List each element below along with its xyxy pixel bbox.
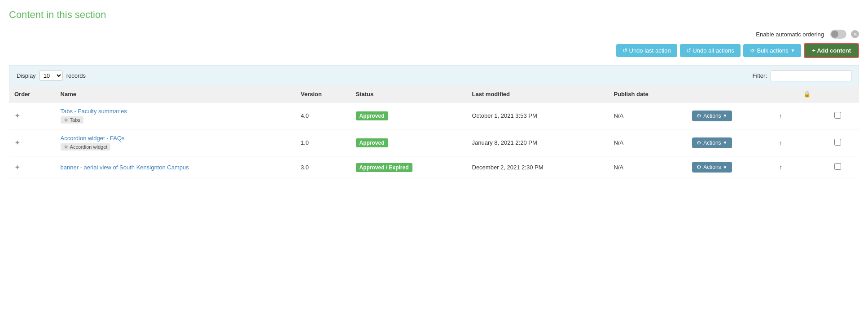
top-ordering-bar: Enable automatic ordering ✕ [9, 30, 859, 39]
undo-last-button[interactable]: ↺ Undo last action [616, 44, 677, 57]
col-publish-date: Publish date [608, 86, 687, 102]
content-type-icon: ⛭ [64, 117, 69, 123]
last-modified-cell: October 1, 2021 3:53 PM [467, 102, 609, 129]
table-row: ✦banner - aerial view of South Kensignto… [9, 156, 859, 178]
bulk-actions-label: ⛭ Bulk actions [750, 47, 789, 54]
last-modified-cell: December 2, 2021 2:30 PM [467, 156, 609, 178]
move-up-button[interactable]: ↑ [779, 164, 782, 171]
content-type-badge: ⛭ Accordion widget [61, 143, 111, 151]
lock-cell [798, 156, 829, 178]
col-move-header [774, 86, 798, 102]
table-row: ✦Accordion widget - FAQs⛭ Accordion widg… [9, 129, 859, 156]
table-row: ✦Tabs - Faculty summaries⛭ Tabs4.0Approv… [9, 102, 859, 129]
bulk-actions-caret: ▼ [791, 48, 795, 53]
toggle-close-button[interactable]: ✕ [851, 30, 859, 38]
status-cell: Approved / Expired [351, 156, 467, 178]
publish-date-cell: N/A [608, 102, 687, 129]
drag-handle-cell: ✦ [9, 156, 55, 178]
content-name-link[interactable]: Accordion widget - FAQs [61, 135, 290, 142]
col-order: Order [9, 86, 55, 102]
lock-cell [798, 102, 829, 129]
toggle-knob [831, 31, 838, 38]
drag-handle-cell: ✦ [9, 129, 55, 156]
move-cell: ↑ [774, 102, 798, 129]
actions-cell: ⚙ Actions ▼ [687, 102, 774, 129]
display-bar-left: Display 10 25 50 100 records [17, 71, 86, 81]
col-actions-header [687, 86, 774, 102]
display-label: Display [17, 72, 36, 79]
checkbox-cell [829, 102, 859, 129]
actions-gear-icon: ⚙ [697, 140, 701, 146]
actions-button[interactable]: ⚙ Actions ▼ [692, 137, 732, 148]
last-modified-cell: January 8, 2021 2:20 PM [467, 129, 609, 156]
display-select[interactable]: 10 25 50 100 [39, 71, 63, 81]
version-cell: 3.0 [295, 156, 351, 178]
toolbar: ↺ Undo last action ↺ Undo all actions ⛭ … [9, 43, 859, 58]
actions-caret: ▼ [723, 113, 728, 118]
row-checkbox[interactable] [834, 163, 841, 170]
content-type-icon: ⛭ [64, 144, 69, 150]
status-cell: Approved [351, 102, 467, 129]
name-cell: banner - aerial view of South Kensignton… [55, 156, 295, 178]
enable-ordering-toggle[interactable] [830, 30, 846, 39]
move-cell: ↑ [774, 129, 798, 156]
move-cell: ↑ [774, 156, 798, 178]
col-name: Name [55, 86, 295, 102]
page-title: Content in this section [9, 9, 859, 21]
actions-caret: ▼ [723, 165, 728, 170]
bulk-actions-button[interactable]: ⛭ Bulk actions ▼ [743, 44, 802, 57]
col-lock-header: 🔒 [798, 86, 829, 102]
actions-caret: ▼ [723, 140, 728, 145]
status-badge: Approved [356, 111, 388, 120]
col-last-modified: Last modified [467, 86, 609, 102]
content-table: Order Name Version Status Last modified … [9, 86, 859, 178]
row-checkbox[interactable] [834, 139, 841, 146]
actions-button[interactable]: ⚙ Actions ▼ [692, 162, 732, 173]
status-cell: Approved [351, 129, 467, 156]
col-checkbox-header [829, 86, 859, 102]
actions-cell: ⚙ Actions ▼ [687, 129, 774, 156]
status-badge: Approved [356, 138, 388, 147]
filter-input[interactable] [771, 70, 851, 81]
version-cell: 4.0 [295, 102, 351, 129]
name-cell: Tabs - Faculty summaries⛭ Tabs [55, 102, 295, 129]
actions-gear-icon: ⚙ [697, 164, 701, 170]
actions-gear-icon: ⚙ [697, 113, 701, 119]
actions-label: Actions [703, 140, 721, 146]
version-cell: 1.0 [295, 129, 351, 156]
filter-right: Filter: [753, 70, 852, 81]
col-status: Status [351, 86, 467, 102]
table-header-row: Order Name Version Status Last modified … [9, 86, 859, 102]
add-content-button[interactable]: + Add content [804, 43, 859, 58]
actions-label: Actions [703, 113, 721, 119]
drag-handle[interactable]: ✦ [14, 164, 20, 171]
drag-handle[interactable]: ✦ [14, 139, 20, 146]
col-version: Version [295, 86, 351, 102]
checkbox-cell [829, 129, 859, 156]
display-bar: Display 10 25 50 100 records Filter: [9, 65, 859, 86]
drag-handle-cell: ✦ [9, 102, 55, 129]
content-type-badge: ⛭ Tabs [61, 116, 83, 124]
move-up-button[interactable]: ↑ [779, 139, 782, 146]
actions-button[interactable]: ⚙ Actions ▼ [692, 111, 732, 121]
content-type-label: Tabs [70, 117, 80, 123]
filter-label: Filter: [753, 72, 767, 79]
status-badge: Approved / Expired [356, 163, 412, 172]
lock-cell [798, 129, 829, 156]
drag-handle[interactable]: ✦ [14, 112, 20, 120]
publish-date-cell: N/A [608, 156, 687, 178]
name-cell: Accordion widget - FAQs⛭ Accordion widge… [55, 129, 295, 156]
undo-all-button[interactable]: ↺ Undo all actions [680, 44, 741, 57]
records-label: records [66, 72, 86, 79]
enable-ordering-label: Enable automatic ordering [756, 31, 824, 38]
checkbox-cell [829, 156, 859, 178]
row-checkbox[interactable] [834, 112, 841, 119]
actions-label: Actions [703, 164, 721, 170]
content-type-label: Accordion widget [70, 144, 108, 150]
actions-cell: ⚙ Actions ▼ [687, 156, 774, 178]
publish-date-cell: N/A [608, 129, 687, 156]
content-name-link[interactable]: Tabs - Faculty summaries [61, 108, 290, 115]
move-up-button[interactable]: ↑ [779, 112, 782, 120]
content-name-link[interactable]: banner - aerial view of South Kensignton… [61, 164, 290, 171]
